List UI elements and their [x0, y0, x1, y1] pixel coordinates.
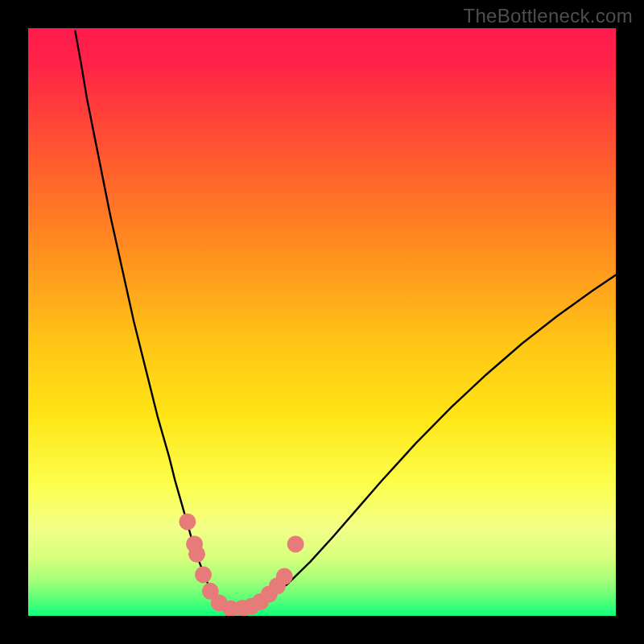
- data-marker: [276, 568, 293, 585]
- chart-frame: TheBottleneck.com: [0, 0, 644, 644]
- bottleneck-chart-svg: [28, 28, 616, 616]
- data-marker: [179, 514, 196, 530]
- data-marker: [188, 546, 205, 563]
- plot-area: [28, 28, 616, 616]
- data-marker: [287, 535, 304, 552]
- data-marker: [195, 566, 212, 583]
- watermark-text: TheBottleneck.com: [463, 5, 633, 27]
- gradient-background: [28, 28, 616, 616]
